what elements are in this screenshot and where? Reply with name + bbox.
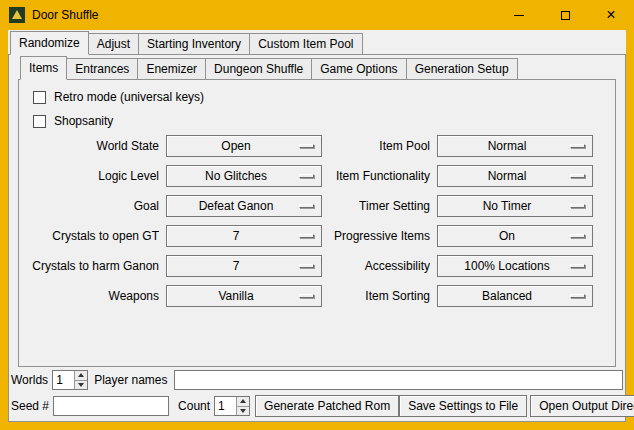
- weapons-value: Vanilla: [167, 289, 321, 303]
- app-icon[interactable]: [9, 7, 25, 23]
- tab-enemizer[interactable]: Enemizer: [137, 58, 206, 80]
- tab-custom-item-pool[interactable]: Custom Item Pool: [249, 33, 362, 55]
- minimize-button[interactable]: [496, 0, 542, 30]
- worlds-spin-buttons: [74, 371, 87, 389]
- dropdown-indicator-icon: [299, 294, 314, 298]
- window-controls: ×: [496, 0, 634, 30]
- option-row: Crystals to harm Ganon 7 Accessibility 1…: [19, 255, 615, 277]
- count-spin-down-button[interactable]: [237, 407, 249, 416]
- tab-generation-setup[interactable]: Generation Setup: [406, 58, 518, 80]
- progressive-items-dropdown[interactable]: On: [437, 225, 593, 247]
- player-names-label: Player names: [88, 373, 173, 387]
- worlds-label: Worlds: [11, 373, 52, 387]
- tab-items[interactable]: Items: [20, 56, 67, 80]
- dropdown-indicator-icon: [570, 294, 585, 298]
- world-state-value: Open: [167, 139, 321, 153]
- item-sorting-dropdown[interactable]: Balanced: [437, 285, 593, 307]
- shopsanity-checkbox[interactable]: [33, 115, 46, 128]
- accessibility-label: Accessibility: [322, 259, 437, 273]
- tab-game-options[interactable]: Game Options: [311, 58, 406, 80]
- item-functionality-label: Item Functionality: [322, 169, 437, 183]
- crystals-open-gt-value: 7: [167, 229, 321, 243]
- crystals-open-gt-dropdown[interactable]: 7: [166, 225, 322, 247]
- count-spin-up-button[interactable]: [237, 397, 249, 407]
- logic-level-dropdown[interactable]: No Glitches: [166, 165, 322, 187]
- item-functionality-dropdown[interactable]: Normal: [437, 165, 593, 187]
- item-pool-dropdown[interactable]: Normal: [437, 135, 593, 157]
- tab-entrances[interactable]: Entrances: [66, 58, 138, 80]
- spin-up-icon: [78, 373, 84, 377]
- main-tab-bar: Randomize Adjust Starting Inventory Cust…: [8, 32, 626, 55]
- bottom-controls: Worlds Player names: [11, 370, 623, 417]
- sub-tab-bar: Items Entrances Enemizer Dungeon Shuffle…: [18, 57, 616, 80]
- goal-dropdown[interactable]: Defeat Ganon: [166, 195, 322, 217]
- seed-input[interactable]: [53, 396, 169, 416]
- item-sorting-label: Item Sorting: [322, 289, 437, 303]
- worlds-spin-up-button[interactable]: [75, 371, 87, 381]
- dropdown-indicator-icon: [570, 264, 585, 268]
- count-input[interactable]: [215, 397, 236, 415]
- app-window: Door Shuffle × Randomize Adjust Starting…: [0, 0, 634, 430]
- worlds-spin-down-button[interactable]: [75, 381, 87, 390]
- titlebar: Door Shuffle ×: [0, 0, 634, 30]
- tab-adjust[interactable]: Adjust: [88, 33, 139, 55]
- items-pane: Retro mode (universal keys) Shopsanity W…: [18, 79, 616, 367]
- spin-down-icon: [240, 409, 246, 413]
- dropdown-indicator-icon: [299, 174, 314, 178]
- tab-randomize[interactable]: Randomize: [10, 31, 89, 55]
- dropdown-indicator-icon: [570, 174, 585, 178]
- shopsanity-row: Shopsanity: [33, 113, 615, 129]
- worlds-input[interactable]: [53, 371, 74, 389]
- count-label: Count: [169, 399, 214, 413]
- dropdown-indicator-icon: [299, 234, 314, 238]
- option-row: Weapons Vanilla Item Sorting Balanced: [19, 285, 615, 307]
- generate-patched-rom-button[interactable]: Generate Patched Rom: [255, 395, 399, 417]
- goal-label: Goal: [19, 199, 166, 213]
- spin-down-icon: [78, 383, 84, 387]
- crystals-harm-ganon-dropdown[interactable]: 7: [166, 255, 322, 277]
- crystals-open-gt-label: Crystals to open GT: [19, 229, 166, 243]
- dropdown-indicator-icon: [570, 204, 585, 208]
- maximize-button[interactable]: [542, 0, 588, 30]
- timer-setting-label: Timer Setting: [322, 199, 437, 213]
- option-row: Goal Defeat Ganon Timer Setting No Timer: [19, 195, 615, 217]
- item-pool-value: Normal: [438, 139, 592, 153]
- world-state-label: World State: [19, 139, 166, 153]
- options-grid: World State Open Item Pool Normal: [19, 135, 615, 307]
- close-button[interactable]: ×: [588, 0, 634, 30]
- client-area: Randomize Adjust Starting Inventory Cust…: [8, 30, 626, 422]
- seed-row: Seed # Count G: [11, 395, 623, 417]
- progressive-items-value: On: [438, 229, 592, 243]
- world-state-dropdown[interactable]: Open: [166, 135, 322, 157]
- timer-setting-dropdown[interactable]: No Timer: [437, 195, 593, 217]
- open-output-directory-button[interactable]: Open Output Directory: [530, 395, 634, 417]
- weapons-label: Weapons: [19, 289, 166, 303]
- timer-setting-value: No Timer: [438, 199, 592, 213]
- seed-label: Seed #: [11, 399, 53, 413]
- window-title: Door Shuffle: [32, 8, 99, 22]
- logic-level-label: Logic Level: [19, 169, 166, 183]
- save-settings-button[interactable]: Save Settings to File: [399, 395, 527, 417]
- tab-dungeon-shuffle[interactable]: Dungeon Shuffle: [205, 58, 312, 80]
- item-pool-label: Item Pool: [322, 139, 437, 153]
- count-spinbox[interactable]: [214, 396, 250, 416]
- shopsanity-label: Shopsanity: [54, 114, 113, 128]
- retro-mode-checkbox[interactable]: [33, 91, 46, 104]
- player-names-input[interactable]: [174, 370, 624, 390]
- retro-mode-label: Retro mode (universal keys): [54, 90, 204, 104]
- close-icon: ×: [606, 7, 615, 23]
- spin-up-icon: [240, 399, 246, 403]
- crystals-harm-ganon-value: 7: [167, 259, 321, 273]
- accessibility-dropdown[interactable]: 100% Locations: [437, 255, 593, 277]
- worlds-spinbox[interactable]: [52, 370, 88, 390]
- option-row: World State Open Item Pool Normal: [19, 135, 615, 157]
- item-functionality-value: Normal: [438, 169, 592, 183]
- tab-starting-inventory[interactable]: Starting Inventory: [138, 33, 250, 55]
- crystals-harm-ganon-label: Crystals to harm Ganon: [19, 259, 166, 273]
- weapons-dropdown[interactable]: Vanilla: [166, 285, 322, 307]
- minimize-icon: [514, 15, 524, 16]
- retro-mode-row: Retro mode (universal keys): [33, 89, 615, 105]
- dropdown-indicator-icon: [299, 144, 314, 148]
- item-sorting-value: Balanced: [438, 289, 592, 303]
- dropdown-indicator-icon: [299, 264, 314, 268]
